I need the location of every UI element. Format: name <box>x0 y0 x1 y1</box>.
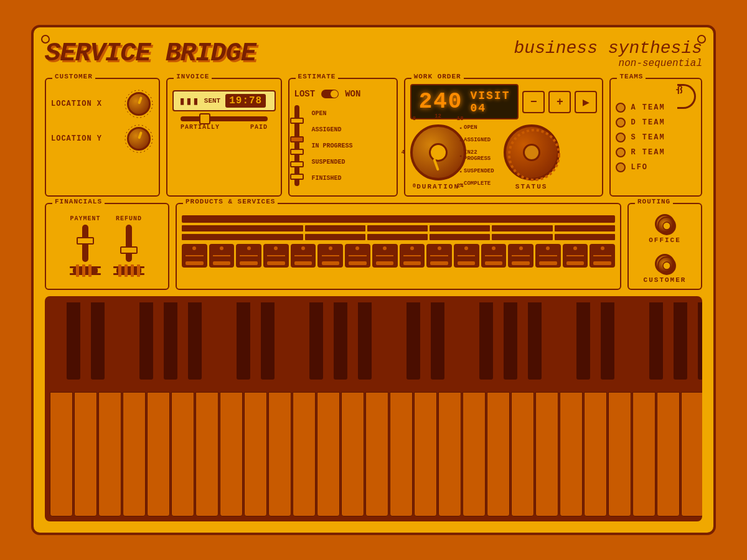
invoice-time: 19:78 <box>225 94 266 108</box>
white-key-7[interactable] <box>220 392 243 516</box>
product-button-4[interactable] <box>291 244 316 268</box>
white-key-1[interactable] <box>74 392 97 516</box>
white-key-11[interactable] <box>317 392 340 516</box>
payment-slider-thumb[interactable] <box>199 113 210 124</box>
product-button-6[interactable] <box>345 244 370 268</box>
white-key-24[interactable] <box>632 392 655 516</box>
black-key-17[interactable] <box>479 302 493 380</box>
black-key-22[interactable] <box>601 302 614 380</box>
team-led-d[interactable] <box>616 118 626 128</box>
white-key-6[interactable] <box>195 392 218 516</box>
white-key-13[interactable] <box>365 392 388 516</box>
black-key-0[interactable] <box>67 302 80 380</box>
white-key-2[interactable] <box>98 392 121 516</box>
white-key-20[interactable] <box>535 392 558 516</box>
synthesizer-body: SERVICE BRIDGE business synthesis non-se… <box>31 25 716 535</box>
estimate-header: LOST WON <box>294 89 392 99</box>
white-key-4[interactable] <box>147 392 170 516</box>
product-button-14[interactable] <box>563 244 588 268</box>
team-led-r[interactable] <box>616 147 626 157</box>
black-key-21[interactable] <box>576 302 590 380</box>
black-key-1[interactable] <box>91 302 105 380</box>
routing-customer-knob[interactable] <box>655 254 675 274</box>
white-key-18[interactable] <box>487 392 510 516</box>
white-key-9[interactable] <box>268 392 291 516</box>
black-key-4[interactable] <box>164 302 177 380</box>
white-key-25[interactable] <box>657 392 680 516</box>
white-key-17[interactable] <box>463 392 486 516</box>
black-key-15[interactable] <box>431 302 444 380</box>
minus-button[interactable]: − <box>522 91 545 113</box>
play-button[interactable]: ▶ <box>575 91 597 113</box>
product-button-0[interactable] <box>182 244 207 268</box>
location-y-knob[interactable] <box>127 127 151 151</box>
white-key-8[interactable] <box>244 392 267 516</box>
customer-panel: CUSTOMER LOCATION X LOCATION Y <box>45 78 160 197</box>
black-key-14[interactable] <box>406 302 420 380</box>
product-button-2[interactable] <box>236 244 261 268</box>
product-button-3[interactable] <box>263 244 289 268</box>
routing-office-knob[interactable] <box>655 214 675 234</box>
product-button-12[interactable] <box>508 244 533 268</box>
product-button-9[interactable] <box>426 244 452 268</box>
product-button-1[interactable] <box>209 244 235 268</box>
refund-fader-track <box>126 225 132 262</box>
estimate-label: ESTIMATE <box>296 73 339 80</box>
white-key-19[interactable] <box>511 392 534 516</box>
white-key-5[interactable] <box>171 392 194 516</box>
white-key-21[interactable] <box>560 392 583 516</box>
white-key-14[interactable] <box>390 392 413 516</box>
black-key-3[interactable] <box>139 302 153 380</box>
estimate-fader-thumb4[interactable] <box>290 161 304 167</box>
black-key-26[interactable] <box>698 302 702 380</box>
white-key-0[interactable] <box>50 392 73 516</box>
team-led-lfo[interactable] <box>616 162 626 172</box>
location-y-label: LOCATION Y <box>51 134 102 143</box>
white-key-12[interactable] <box>341 392 364 516</box>
status-knob[interactable] <box>504 124 560 180</box>
black-key-18[interactable] <box>504 302 517 380</box>
white-key-22[interactable] <box>584 392 607 516</box>
duration-knob[interactable] <box>410 124 466 180</box>
black-key-12[interactable] <box>358 302 372 380</box>
white-key-26[interactable] <box>681 392 702 516</box>
location-x-knob[interactable] <box>127 92 151 116</box>
black-key-19[interactable] <box>528 302 542 380</box>
prod-btn-line-13 <box>539 255 557 256</box>
product-button-10[interactable] <box>454 244 479 268</box>
estimate-fader-thumb2[interactable] <box>290 136 304 142</box>
white-key-10[interactable] <box>293 392 316 516</box>
white-key-23[interactable] <box>608 392 631 516</box>
estimate-fader-thumb3[interactable] <box>290 149 304 155</box>
lost-won-toggle[interactable] <box>321 90 339 98</box>
plus-button[interactable]: + <box>548 91 571 113</box>
refund-fader-thumb[interactable] <box>120 246 138 254</box>
white-key-3[interactable] <box>123 392 146 516</box>
routing-office-label: OFFICE <box>649 236 681 244</box>
product-button-11[interactable] <box>481 244 507 268</box>
white-key-15[interactable] <box>414 392 437 516</box>
product-button-7[interactable] <box>372 244 398 268</box>
routing-panel: ROUTING OFFICE <box>627 203 702 290</box>
black-key-7[interactable] <box>237 302 250 380</box>
cell-wide2 <box>182 234 303 240</box>
black-key-11[interactable] <box>334 302 347 380</box>
product-button-13[interactable] <box>535 244 561 268</box>
payment-fader-thumb[interactable] <box>77 237 94 245</box>
estimate-fader-thumb5[interactable] <box>290 174 304 180</box>
team-led-s[interactable] <box>616 133 626 142</box>
products-cells-2 <box>182 234 615 240</box>
black-key-25[interactable] <box>674 302 687 380</box>
black-key-8[interactable] <box>261 302 275 380</box>
product-button-8[interactable] <box>400 244 425 268</box>
estimate-fader-thumb[interactable] <box>290 118 304 124</box>
black-key-24[interactable] <box>649 302 663 380</box>
team-led-a[interactable] <box>616 103 626 113</box>
black-key-10[interactable] <box>309 302 323 380</box>
white-key-16[interactable] <box>438 392 461 516</box>
product-button-5[interactable] <box>317 244 343 268</box>
black-key-5[interactable] <box>188 302 202 380</box>
location-x-label: LOCATION X <box>51 100 102 108</box>
product-button-15[interactable] <box>590 244 615 268</box>
customer-label: CUSTOMER <box>52 73 95 80</box>
